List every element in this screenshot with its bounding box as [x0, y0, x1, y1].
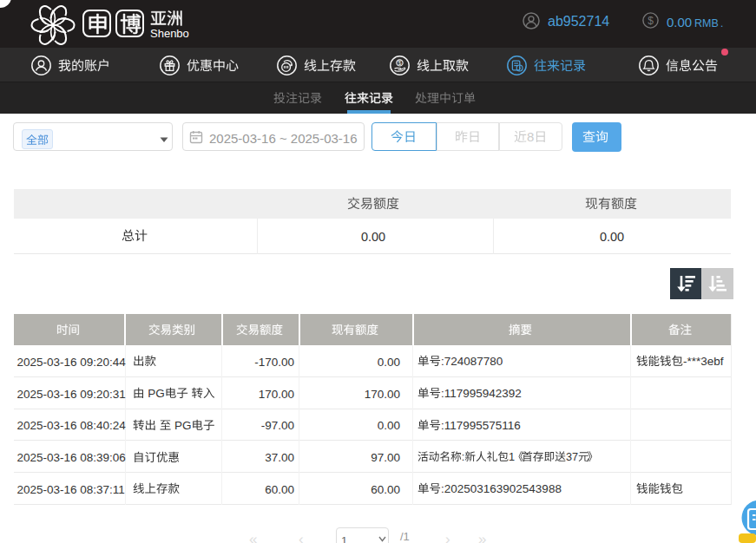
svg-text:$: $: [648, 15, 654, 27]
svg-text:37: 37: [566, 451, 578, 463]
svg-text::: :: [462, 451, 465, 463]
svg-text::117995942392: :117995942392: [441, 387, 522, 400]
svg-text:PG: PG: [144, 387, 164, 400]
svg-text:$: $: [398, 60, 402, 66]
svg-text:-***3ebf: -***3ebf: [683, 355, 724, 368]
svg-text::117995575116: :117995575116: [441, 419, 521, 432]
svg-text:1: 1: [509, 451, 515, 463]
svg-text::724087780: :724087780: [441, 355, 503, 368]
svg-text:PG: PG: [171, 419, 191, 432]
svg-text::202503163902543988: :202503163902543988: [441, 482, 562, 495]
svg-text:8: 8: [527, 129, 534, 144]
